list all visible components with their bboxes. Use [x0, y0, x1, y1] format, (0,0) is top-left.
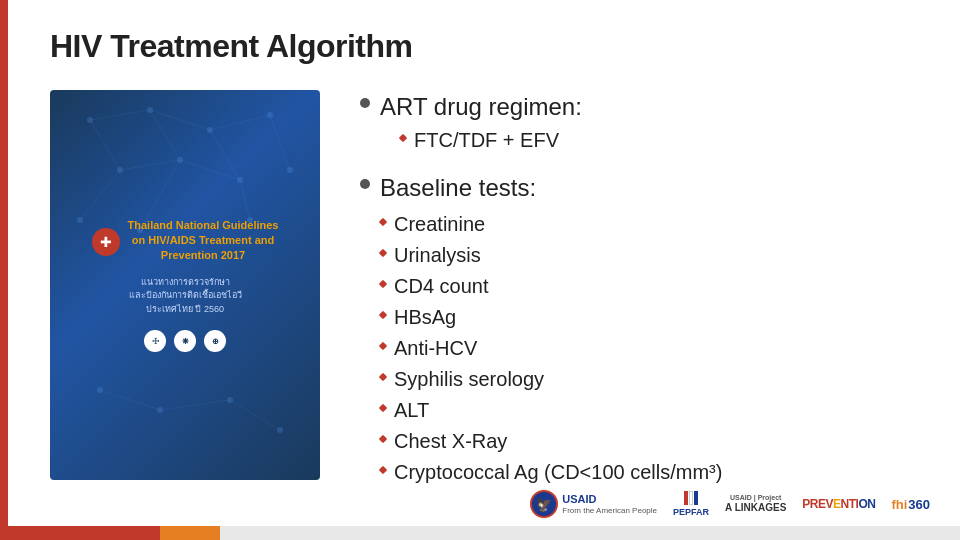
- book-thai-text: แนวทางการตรวจรักษา และป้องกันการติดเชื้อ…: [92, 276, 279, 317]
- fhi-360-text: 360: [908, 497, 930, 512]
- linkages-text: A LINKAGES: [725, 502, 786, 514]
- fhi360-logo: fhi 360: [891, 497, 930, 512]
- baseline-sub-list: Creatinine Urinalysis CD4 count HBsAg An…: [380, 210, 940, 487]
- list-item: Chest X-Ray: [380, 427, 940, 456]
- svg-line-17: [210, 115, 270, 130]
- baseline-bullet-dot: [360, 179, 370, 189]
- book-logo-row: Thailand National Guidelines on HIV/AIDS…: [92, 218, 279, 266]
- usaid-text: USAID: [562, 493, 657, 505]
- baseline-item-syphilis: Syphilis serology: [394, 365, 544, 394]
- baseline-item-antihcv: Anti-HCV: [394, 334, 477, 363]
- baseline-item-xray: Chest X-Ray: [394, 427, 507, 456]
- svg-line-28: [160, 400, 230, 410]
- book-logo-third: ⊕: [204, 330, 226, 352]
- prevention-logo: PREVENTION: [802, 497, 875, 511]
- baseline-section: Baseline tests: Creatinine Urinalysis CD…: [360, 171, 940, 488]
- svg-line-19: [180, 160, 240, 180]
- baseline-header: Baseline tests:: [360, 171, 940, 205]
- svg-line-27: [100, 390, 160, 410]
- book-logo-icon: [92, 228, 120, 256]
- book-title-main: Thailand National Guidelines on HIV/AIDS…: [128, 218, 279, 264]
- list-item: Creatinine: [380, 210, 940, 239]
- sub-bullet: [379, 218, 387, 226]
- svg-line-26: [240, 180, 250, 220]
- page-title: HIV Treatment Algorithm: [50, 28, 412, 65]
- art-label: ART drug regimen:: [380, 93, 582, 120]
- sub-bullet: [379, 466, 387, 474]
- sub-bullet: [379, 342, 387, 350]
- usaid-eagle-icon: 🦅: [536, 497, 552, 512]
- fhi-text: fhi: [891, 497, 907, 512]
- baseline-item-alt: ALT: [394, 396, 429, 425]
- sub-bullet: [379, 311, 387, 319]
- sub-bullet: [379, 280, 387, 288]
- svg-line-15: [90, 110, 150, 120]
- usaid-icon: 🦅: [530, 490, 558, 518]
- list-item: Anti-HCV: [380, 334, 940, 363]
- svg-line-22: [210, 130, 240, 180]
- logos-row: 🦅 USAID From the American People PEPFAR …: [530, 490, 930, 518]
- book-content: Thailand National Guidelines on HIV/AIDS…: [92, 218, 279, 353]
- pepfar-logo: PEPFAR: [673, 491, 709, 517]
- usaid-sub-text: From the American People: [562, 506, 657, 515]
- book-bottom-logos: ☩ ❋ ⊕: [92, 330, 279, 352]
- prevention-text: PREV: [802, 497, 833, 511]
- baseline-item-hbsag: HBsAg: [394, 303, 456, 332]
- baseline-label: Baseline tests:: [380, 171, 536, 205]
- bottom-bar: [0, 526, 960, 540]
- svg-line-18: [120, 160, 180, 170]
- art-bullet-dot: [360, 98, 370, 108]
- baseline-item-urinalysis: Urinalysis: [394, 241, 481, 270]
- svg-line-16: [150, 110, 210, 130]
- baseline-item-crypto: Cryptococcal Ag (CD<100 cells/mm³): [394, 458, 722, 487]
- art-sub-bullet: [399, 133, 407, 141]
- svg-line-24: [80, 170, 120, 220]
- bottom-bar-red: [0, 526, 160, 540]
- list-item: Syphilis serology: [380, 365, 940, 394]
- sub-bullet: [379, 373, 387, 381]
- linkages-logo: USAID | Project A LINKAGES: [725, 494, 786, 514]
- sub-bullet: [379, 404, 387, 412]
- sub-bullet: [379, 249, 387, 257]
- baseline-item-creatinine: Creatinine: [394, 210, 485, 239]
- pepfar-text: PEPFAR: [673, 507, 709, 517]
- list-item: ALT: [380, 396, 940, 425]
- svg-line-20: [90, 120, 120, 170]
- pepfar-flag-icon: [684, 491, 698, 505]
- baseline-item-cd4: CD4 count: [394, 272, 489, 301]
- bottom-bar-orange: [160, 526, 220, 540]
- linkages-label: USAID | Project: [725, 494, 786, 502]
- sub-bullet: [379, 435, 387, 443]
- list-item: CD4 count: [380, 272, 940, 301]
- book-logo-ddc: ☩: [144, 330, 166, 352]
- list-item: HBsAg: [380, 303, 940, 332]
- art-sub-text: FTC/TDF + EFV: [414, 126, 559, 155]
- list-item: Urinalysis: [380, 241, 940, 270]
- art-bullet: ART drug regimen: FTC/TDF + EFV: [360, 90, 940, 157]
- usaid-logo: 🦅 USAID From the American People: [530, 490, 657, 518]
- art-sub-list: FTC/TDF + EFV: [400, 126, 582, 155]
- book-logo-aids: ❋: [174, 330, 196, 352]
- list-item: Cryptococcal Ag (CD<100 cells/mm³): [380, 458, 940, 487]
- left-accent-bar: [0, 0, 8, 540]
- book-image: Thailand National Guidelines on HIV/AIDS…: [50, 90, 320, 480]
- svg-line-23: [270, 115, 290, 170]
- svg-line-29: [230, 400, 280, 430]
- content-area: ART drug regimen: FTC/TDF + EFV Baseline…: [360, 90, 940, 489]
- svg-line-21: [150, 110, 180, 160]
- art-sub-item: FTC/TDF + EFV: [400, 126, 582, 155]
